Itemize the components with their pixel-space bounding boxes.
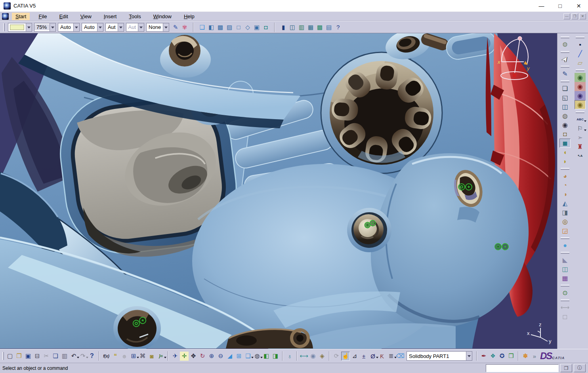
- draft-angle-icon[interactable]: ◑: [559, 190, 571, 199]
- chevron-down-icon[interactable]: [73, 23, 79, 31]
- menu-window[interactable]: Window: [150, 13, 175, 20]
- save-icon[interactable]: ▣: [24, 352, 32, 361]
- translate-icon[interactable]: ◣: [559, 255, 571, 265]
- menu-file[interactable]: File: [35, 13, 50, 20]
- mdi-restore-button[interactable]: ❐: [571, 13, 578, 19]
- dynamic-hidden-line-icon[interactable]: ◇: [243, 23, 252, 32]
- equivalent-dimensions-icon[interactable]: }=: [157, 352, 165, 361]
- cylinder-green-icon[interactable]: ▥: [297, 23, 306, 32]
- mdi-close-button[interactable]: ✕: [579, 13, 586, 19]
- pattern-icon[interactable]: ▦: [559, 274, 571, 283]
- toolbar-handle[interactable]: [2, 352, 4, 360]
- menu-view[interactable]: View: [77, 13, 95, 20]
- toolbar-handle[interactable]: [561, 285, 569, 287]
- plane-icon[interactable]: ▱: [575, 58, 586, 67]
- screw-recess[interactable]: [347, 208, 391, 252]
- toolbar-handle[interactable]: [561, 237, 569, 239]
- tolerance-icon[interactable]: ±: [359, 352, 368, 361]
- catalog-icon[interactable]: ♁: [285, 352, 294, 361]
- section-view-icon[interactable]: ◍: [559, 111, 571, 120]
- measure-inertia-icon[interactable]: ◈: [318, 352, 326, 361]
- chevron-down-icon[interactable]: [118, 23, 124, 31]
- paint-properties-icon[interactable]: ✒: [479, 352, 488, 361]
- manipulation-icon[interactable]: ☝: [341, 352, 350, 361]
- flag-note-icon[interactable]: ⚐: [575, 124, 586, 133]
- cylinder-edges-icon[interactable]: ◫: [288, 23, 297, 32]
- mirror-icon[interactable]: ◫: [559, 265, 571, 274]
- exploded-view-icon[interactable]: ◉: [559, 120, 571, 129]
- model-3d[interactable]: x y z x y: [0, 33, 557, 349]
- customize-view-icon[interactable]: ▣: [252, 23, 261, 32]
- named-view-green-icon[interactable]: ◉: [575, 73, 586, 82]
- current-solid-icon[interactable]: ⌫: [396, 352, 405, 361]
- line-icon[interactable]: ╱: [575, 49, 586, 58]
- chevron-down-icon[interactable]: [50, 23, 55, 31]
- iso-view-icon[interactable]: ❑: [244, 352, 252, 361]
- ruler-icon[interactable]: ⟷: [300, 352, 308, 361]
- pad-icon[interactable]: ◘: [559, 129, 571, 139]
- chevron-down-icon[interactable]: [163, 23, 169, 31]
- chevron-down-icon[interactable]: [97, 23, 103, 31]
- workbench-green-icon[interactable]: ❒: [507, 352, 515, 361]
- command-input[interactable]: [486, 364, 559, 372]
- maximize-button[interactable]: □: [551, 0, 569, 11]
- boolean-icon[interactable]: ◨: [559, 208, 571, 217]
- update-gear-icon[interactable]: ⚙: [559, 40, 571, 49]
- shell-icon[interactable]: ◖: [559, 148, 571, 157]
- comment-icon[interactable]: ❝: [111, 352, 120, 361]
- shading-material-icon[interactable]: ▨: [225, 23, 234, 32]
- thickness-icon[interactable]: ◗: [559, 157, 571, 166]
- toolbar-handle[interactable]: [561, 299, 569, 301]
- list-icon[interactable]: ≣: [387, 352, 395, 361]
- named-view-yellow-icon[interactable]: ◉: [575, 100, 586, 109]
- assemble-icon[interactable]: ◲: [559, 226, 571, 235]
- what-is-this-icon[interactable]: ?: [88, 352, 96, 361]
- layer-combo[interactable]: None: [146, 23, 169, 32]
- toolbar-handle[interactable]: [576, 69, 584, 71]
- power-copy-icon[interactable]: ❖: [489, 352, 497, 361]
- chevron-down-icon[interactable]: [26, 23, 32, 31]
- zoom-out-icon[interactable]: ⊖: [216, 352, 225, 361]
- close-button[interactable]: ✕: [569, 0, 588, 11]
- menu-edit[interactable]: Edit: [55, 13, 71, 20]
- fly-mode-icon[interactable]: ✈: [171, 352, 179, 361]
- hide-show-icon[interactable]: ◧: [262, 352, 271, 361]
- sketcher-icon[interactable]: ✎: [559, 69, 571, 78]
- formula-icon[interactable]: f(x): [102, 352, 111, 361]
- mdi-minimize-button[interactable]: —: [563, 13, 570, 19]
- menu-start[interactable]: Start: [12, 13, 30, 20]
- minimize-button[interactable]: —: [532, 0, 551, 11]
- wedge-icon[interactable]: ◭: [559, 199, 571, 208]
- print-icon[interactable]: ⊟: [33, 352, 42, 361]
- hole-icon[interactable]: ◎: [559, 217, 571, 226]
- render-style-icon[interactable]: ◍: [253, 352, 262, 361]
- menu-insert[interactable]: Insert: [100, 13, 120, 20]
- copy-icon[interactable]: ❏: [51, 352, 60, 361]
- shaded-solid-icon[interactable]: ◼: [559, 139, 571, 148]
- transparency-combo[interactable]: 75%: [34, 23, 56, 32]
- quick-view-icon[interactable]: ◘: [262, 23, 270, 32]
- design-table-icon[interactable]: ⊞: [129, 352, 138, 361]
- toolbar-handle[interactable]: [561, 168, 569, 170]
- named-view-red-icon[interactable]: ◉: [575, 82, 586, 91]
- point-icon[interactable]: ▪: [575, 40, 586, 49]
- toolbar-handle[interactable]: [561, 80, 569, 82]
- normal-view-icon[interactable]: ◢: [225, 352, 234, 361]
- wizard-icon[interactable]: ✾: [180, 23, 189, 32]
- surface-arrow-icon[interactable]: ➣: [575, 133, 586, 142]
- view-help-icon[interactable]: ?: [334, 23, 342, 32]
- menu-tools[interactable]: Tools: [125, 13, 144, 20]
- relations-icon[interactable]: ⌘: [138, 352, 147, 361]
- document-icon[interactable]: [2, 13, 9, 20]
- named-view-purple-icon[interactable]: ◉: [575, 91, 586, 100]
- line-type-combo[interactable]: Auto: [82, 23, 103, 32]
- shading-edges-icon[interactable]: ◧: [207, 23, 216, 32]
- chamfer-icon[interactable]: ◔: [559, 181, 571, 190]
- toolbar-handle[interactable]: [576, 111, 584, 113]
- line-weight-combo[interactable]: Auto: [58, 23, 80, 32]
- scaling-icon[interactable]: ⊙: [559, 288, 571, 297]
- 3d-viewport[interactable]: x y z x y: [0, 33, 557, 349]
- frame-icon[interactable]: ◱: [559, 93, 571, 102]
- cylinder-shaded-icon[interactable]: ▮: [279, 23, 288, 32]
- mean-dimension-icon[interactable]: Ø: [368, 352, 377, 361]
